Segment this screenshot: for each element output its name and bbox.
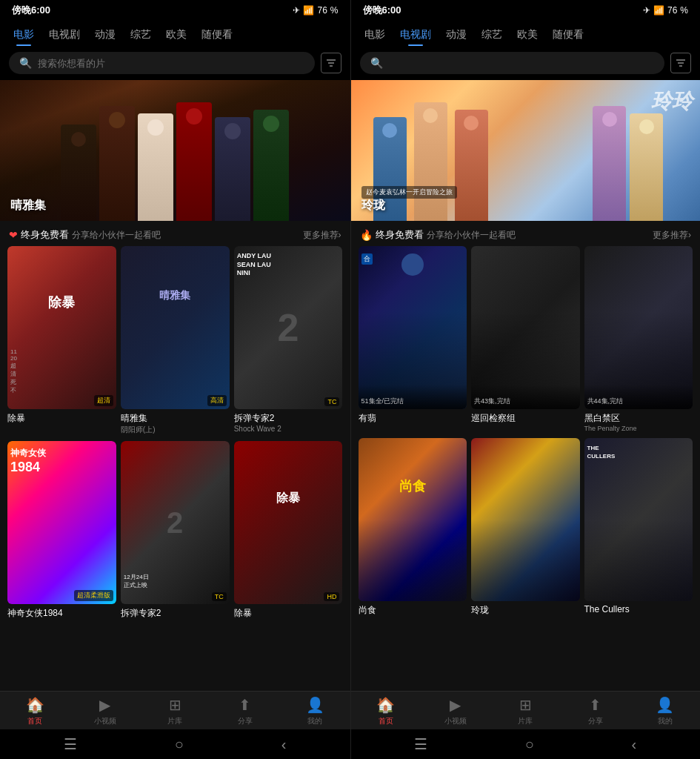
left-phone-panel: 傍晚6:00 ✈ 📶 76% 电影 电视剧 动漫 综艺 欧美 随便看 🔍: [0, 0, 350, 759]
home-label-left: 首页: [27, 716, 42, 726]
hero-banner-right[interactable]: 玲玲 赵今麦袁弘林一开启冒险之旅 玲珑: [351, 80, 701, 221]
movie-card-chuban2[interactable]: 除暴 HD 除暴: [234, 441, 343, 620]
tab-western-left[interactable]: 欧美: [159, 24, 194, 46]
back-btn-left[interactable]: ‹: [281, 736, 287, 753]
movie-card-qingya[interactable]: 晴雅集 高清 晴雅集 阴阳师(上): [121, 246, 230, 435]
home-btn-right[interactable]: ○: [525, 736, 534, 753]
movie-poster-chuban: 除暴 1120超清死不 超清: [7, 246, 116, 409]
series-title-linglong: 玲珑: [471, 604, 580, 617]
hero-bg-right: 玲玲: [351, 80, 701, 221]
home-icon-left: 🏠: [26, 696, 44, 714]
nav-tabs-right: 电影 电视剧 动漫 综艺 欧美 随便看: [351, 21, 701, 46]
right-phone-panel: 傍晚6:00 ✈ 📶 76% 电影 电视剧 动漫 综艺 欧美 随便看 🔍: [350, 0, 701, 759]
hero-figures: [0, 80, 350, 221]
share-label-left: 分享: [238, 716, 253, 726]
scrollable-content-left: 晴雅集 ❤ 终身免费看 分享给小伙伴一起看吧 更多推荐 › 除暴 1120超清死…: [0, 80, 350, 691]
bottom-nav-library-left[interactable]: ⊞ 片库: [140, 696, 210, 726]
tab-random-left[interactable]: 随便看: [194, 24, 240, 46]
status-icons-right: ✈ 📶 76%: [643, 5, 688, 16]
movie-poster-qingya: 晴雅集 高清: [121, 246, 230, 409]
series-card-xunhui[interactable]: 共43集,完结 巡回检察组: [471, 246, 580, 432]
movie-grid-left-1: 除暴 1120超清死不 超清 除暴 晴雅集 高清 晴雅集 阴阳师(上) 2: [0, 246, 350, 441]
tab-tv-left[interactable]: 电视剧: [41, 24, 87, 46]
series-poster-cullers: THECULLERS: [584, 438, 693, 601]
section-more-right-1[interactable]: 更多推荐 ›: [653, 229, 691, 242]
series-title-cullers: The Cullers: [584, 604, 693, 614]
tab-movies-right[interactable]: 电影: [357, 24, 393, 46]
bottom-nav-profile-left[interactable]: 👤 我的: [280, 696, 350, 726]
plane-icon: ✈: [293, 5, 300, 16]
share-icon-left: ⬆: [239, 696, 251, 714]
badge-chaidan: TC: [324, 397, 339, 406]
menu-btn-right[interactable]: ☰: [414, 735, 427, 753]
tab-tv-right[interactable]: 电视剧: [393, 24, 439, 46]
home-icon-right: 🏠: [376, 696, 395, 714]
home-btn-left[interactable]: ○: [175, 736, 184, 753]
library-icon-left: ⊞: [169, 696, 181, 714]
back-btn-right[interactable]: ‹: [632, 736, 637, 753]
tab-anime-right[interactable]: 动漫: [439, 24, 474, 46]
series-title-xunhui: 巡回检察组: [471, 412, 580, 425]
menu-btn-left[interactable]: ☰: [64, 735, 77, 753]
section-more-left-1[interactable]: 更多推荐 ›: [303, 229, 341, 242]
movie-card-wonder[interactable]: 神奇女侠1984 超清柔滑版 神奇女侠1984: [7, 441, 116, 620]
tab-anime-left[interactable]: 动漫: [87, 24, 123, 46]
hero-banner-left[interactable]: 晴雅集: [0, 80, 350, 221]
tab-variety-right[interactable]: 综艺: [474, 24, 510, 46]
series-card-linglong[interactable]: 玲珑: [471, 438, 580, 617]
bottom-nav-video-left[interactable]: ▶ 小视频: [70, 696, 141, 726]
profile-icon-left: 👤: [306, 696, 324, 714]
bottom-nav-share-right[interactable]: ⬆ 分享: [560, 696, 630, 726]
badge-chaidan2: TC: [212, 592, 227, 601]
movie-label-chuban: 除暴: [7, 412, 116, 425]
bottom-nav-video-right[interactable]: ▶ 小视频: [421, 696, 490, 726]
badge-chuban2: HD: [324, 592, 339, 601]
battery-text-right: 76: [667, 5, 677, 16]
movie-label-chaidan: 拆弹专家2: [234, 412, 343, 425]
movie-poster-chuban2: 除暴 HD: [234, 441, 343, 604]
search-input-right[interactable]: [389, 58, 655, 69]
series-poster-linglong: [471, 438, 580, 601]
movie-card-chuban[interactable]: 除暴 1120超清死不 超清 除暴: [7, 246, 116, 435]
status-bar-left: 傍晚6:00 ✈ 📶 76%: [0, 0, 350, 21]
movie-poster-wonder: 神奇女侠1984 超清柔滑版: [7, 441, 116, 604]
bottom-nav-home-right[interactable]: 🏠 首页: [351, 696, 421, 726]
tab-western-right[interactable]: 欧美: [510, 24, 545, 46]
movie-card-chaidan2[interactable]: 2 12月24日正式上映 TC 拆弹专家2: [121, 441, 230, 620]
share-label-right: 分享: [588, 716, 603, 726]
series-card-cullers[interactable]: THECULLERS The Cullers: [584, 438, 693, 617]
video-label-left: 小视频: [94, 716, 116, 726]
nav-buttons-left: ☰ ○ ‹: [0, 729, 350, 759]
series-card-heibai[interactable]: 共44集,完结 黑白禁区 The Penalty Zone: [584, 246, 693, 432]
section-title-right-1: 🔥 终身免费看 分享给小伙伴一起看吧: [360, 228, 516, 242]
status-bar-right: 傍晚6:00 ✈ 📶 76%: [351, 0, 701, 21]
profile-label-left: 我的: [307, 716, 322, 726]
bottom-nav-profile-right[interactable]: 👤 我的: [630, 696, 700, 726]
tab-movies-left[interactable]: 电影: [6, 24, 41, 46]
nav-tabs-left: 电影 电视剧 动漫 综艺 欧美 随便看: [0, 21, 350, 46]
bottom-nav-share-left[interactable]: ⬆ 分享: [210, 696, 281, 726]
tab-variety-left[interactable]: 综艺: [123, 24, 159, 46]
search-input-wrap-left[interactable]: 🔍: [9, 52, 315, 74]
search-input-wrap-right[interactable]: 🔍: [360, 52, 665, 74]
series-card-youyi[interactable]: 51集全/已完结 合 有翡: [359, 246, 467, 432]
filter-icon-left[interactable]: [321, 53, 341, 73]
search-icon-right: 🔍: [370, 57, 383, 69]
section-title-left-1: ❤ 终身免费看 分享给小伙伴一起看吧: [9, 228, 161, 242]
bottom-nav-home-left[interactable]: 🏠 首页: [0, 696, 70, 726]
time-left: 傍晚6:00: [12, 4, 50, 17]
series-card-shanhe[interactable]: 尚食 尚食: [359, 438, 467, 617]
section-header-right-1: 🔥 终身免费看 分享给小伙伴一起看吧 更多推荐 ›: [351, 221, 701, 246]
library-label-left: 片库: [167, 716, 182, 726]
series-poster-xunhui: 共43集,完结: [471, 246, 580, 409]
fire-icon-right: 🔥: [360, 229, 373, 241]
filter-icon-right[interactable]: [670, 53, 691, 73]
nav-buttons-right: ☰ ○ ‹: [351, 729, 701, 759]
bottom-nav-library-right[interactable]: ⊞ 片库: [490, 696, 560, 726]
series-poster-heibai: 共44集,完结: [584, 246, 693, 409]
tab-random-right[interactable]: 随便看: [545, 24, 591, 46]
search-input-left[interactable]: [38, 58, 304, 69]
profile-label-right: 我的: [658, 716, 673, 726]
search-icon-left: 🔍: [19, 57, 32, 69]
movie-card-chaidan[interactable]: 2 ANDY LAUSEAN LAUNINI TC 拆弹专家2 Shock Wa…: [234, 246, 343, 435]
